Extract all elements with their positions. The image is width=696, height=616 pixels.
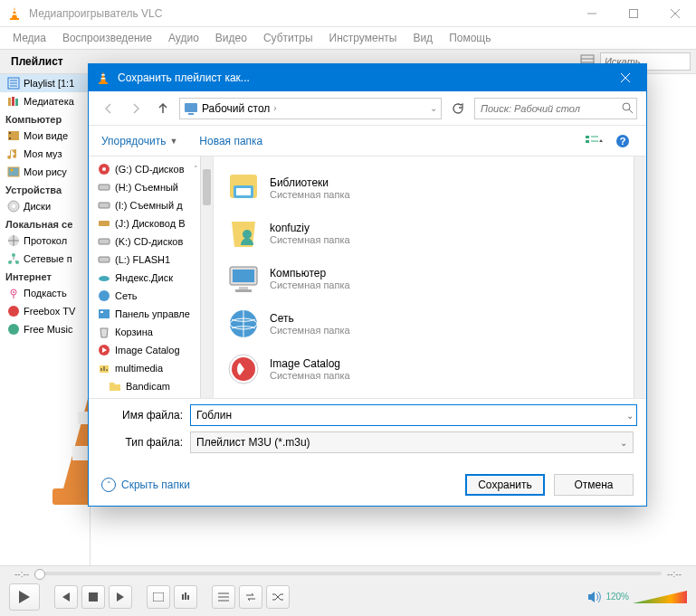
sidebar-item[interactable]: Подкасть (0, 284, 90, 302)
menu-video[interactable]: Видео (208, 30, 254, 46)
svg-rect-14 (8, 98, 11, 106)
speaker-icon[interactable] (587, 591, 602, 603)
sidebar-item[interactable]: Диски (0, 197, 90, 215)
sidebar-item[interactable]: Сетевые п (0, 250, 90, 268)
tree-item[interactable]: (L:) FLASH1 (89, 251, 213, 269)
svg-rect-67 (236, 188, 251, 195)
menu-media[interactable]: Медиа (5, 30, 53, 46)
close-button[interactable] (654, 0, 696, 27)
filename-label: Имя файла: (101, 409, 183, 422)
breadcrumb[interactable]: Рабочий стол › ⌄ (179, 98, 442, 119)
svg-rect-47 (586, 140, 589, 143)
tree-scrollbar[interactable] (200, 156, 213, 398)
new-folder-button[interactable]: Новая папка (199, 135, 262, 147)
tree-item-label: Сеть (115, 290, 137, 301)
maximize-button[interactable] (613, 0, 654, 27)
tree-item[interactable]: Image Catalog (89, 341, 213, 359)
vlc-cone-icon (7, 6, 22, 21)
sidebar-item[interactable]: Мои виде (0, 127, 90, 145)
sidebar-item[interactable]: Free Music (0, 320, 90, 338)
file-list[interactable]: БиблиотекиСистемная папкаkonfuziyСистемн… (214, 156, 646, 398)
sidebar-item-label: Подкасть (24, 288, 67, 299)
sidebar-item[interactable]: Freebox TV (0, 302, 90, 320)
next-button[interactable] (109, 585, 132, 609)
menu-tools[interactable]: Инструменты (322, 30, 405, 46)
tree-item[interactable]: Bandicam (89, 377, 213, 395)
chevron-down-icon[interactable]: ⌄ (626, 411, 634, 421)
view-options-button[interactable] (583, 130, 605, 152)
list-item-name: Библиотеки (270, 176, 350, 189)
tree-item[interactable]: Корзина (89, 323, 213, 341)
refresh-button[interactable] (447, 98, 469, 119)
shuffle-button[interactable] (266, 585, 290, 609)
filetype-select[interactable]: Плейлист M3U (*.m3u) ⌄ (190, 431, 634, 453)
dialog-search-input[interactable] (474, 98, 637, 119)
hide-folders-button[interactable]: ˄ Скрыть папки (101, 478, 190, 492)
user-icon (226, 216, 261, 251)
cancel-button[interactable]: Отмена (554, 474, 634, 496)
sidebar-item[interactable]: Моя муз (0, 145, 90, 163)
tree-item[interactable]: Яндекс.Диск (89, 269, 213, 287)
tree-item[interactable]: Сеть (89, 287, 213, 305)
list-scrollbar[interactable] (634, 156, 646, 398)
tree-item[interactable]: (K:) CD-дисков (89, 232, 213, 251)
nav-forward-button[interactable] (125, 98, 147, 119)
tree-item[interactable]: multimedia (89, 359, 213, 377)
desktop-icon (184, 101, 198, 116)
pictures-icon (7, 166, 20, 178)
minimize-button[interactable] (571, 0, 613, 27)
list-item[interactable]: БиблиотекиСистемная папка (223, 166, 637, 211)
volume-slider[interactable] (633, 589, 687, 605)
filename-input[interactable] (190, 404, 637, 426)
list-item[interactable]: СетьСистемная папка (223, 301, 637, 346)
menu-subtitles[interactable]: Субтитры (256, 30, 320, 46)
nav-up-button[interactable] (152, 98, 174, 119)
video-icon (7, 129, 20, 142)
svg-rect-0 (10, 18, 19, 20)
svg-rect-42 (185, 103, 197, 112)
tree-item[interactable]: (G:) CD-дисков˄ (89, 160, 213, 178)
list-item[interactable]: Image CatalogСистемная папка (223, 346, 637, 392)
nav-back-button[interactable] (98, 98, 119, 119)
playlist-button[interactable] (212, 585, 235, 609)
stop-button[interactable] (81, 585, 105, 609)
sidebar-item[interactable]: Playlist [1:1 (0, 74, 90, 92)
list-item[interactable]: КомпьютерСистемная папка (223, 256, 637, 301)
list-item-subtitle: Системная папка (270, 234, 350, 245)
loop-button[interactable] (239, 585, 262, 609)
tree-item-label: (K:) CD-дисков (115, 236, 183, 247)
chevron-down-icon[interactable]: ⌄ (430, 103, 437, 113)
tree-item[interactable]: (J:) Дисковод B (89, 214, 213, 232)
ext-settings-button[interactable] (174, 585, 197, 609)
tree-item[interactable]: музыка (89, 395, 213, 398)
tree-item[interactable]: Панель управле (89, 305, 213, 323)
seek-slider[interactable] (34, 572, 662, 575)
freemusic-icon (7, 323, 20, 336)
tree-item[interactable]: (I:) Съемный д (89, 196, 213, 214)
save-button[interactable]: Сохранить (465, 474, 545, 496)
bd-icon (98, 217, 110, 230)
svg-rect-57 (99, 239, 110, 244)
play-button[interactable] (9, 583, 40, 611)
tree-item[interactable]: (H:) Съемный (89, 178, 213, 196)
sidebar-item[interactable]: Мои рису (0, 163, 90, 181)
dialog-close-button[interactable] (605, 64, 646, 91)
fullscreen-button[interactable] (147, 585, 170, 609)
folder-tree[interactable]: (G:) CD-дисков˄(H:) Съемный(I:) Съемный … (89, 156, 214, 398)
menu-playback[interactable]: Воспроизведение (55, 30, 159, 46)
sidebar-item-label: Мои виде (24, 130, 68, 141)
svg-point-68 (243, 230, 252, 239)
organize-button[interactable]: Упорядочить ▼ (101, 135, 177, 147)
list-item[interactable]: konfuziyСистемная папка (223, 211, 637, 256)
search-icon (621, 101, 634, 114)
svg-rect-61 (99, 309, 110, 318)
prev-button[interactable] (54, 585, 78, 609)
menu-view[interactable]: Вид (405, 30, 440, 46)
svg-rect-20 (8, 167, 19, 176)
sidebar-item[interactable]: Протокол (0, 232, 90, 250)
help-button[interactable]: ? (612, 130, 634, 152)
network-globe-icon (226, 307, 261, 341)
menu-audio[interactable]: Аудио (161, 30, 206, 46)
sidebar-item[interactable]: Медиатека (0, 92, 90, 110)
menu-help[interactable]: Помощь (442, 30, 498, 46)
